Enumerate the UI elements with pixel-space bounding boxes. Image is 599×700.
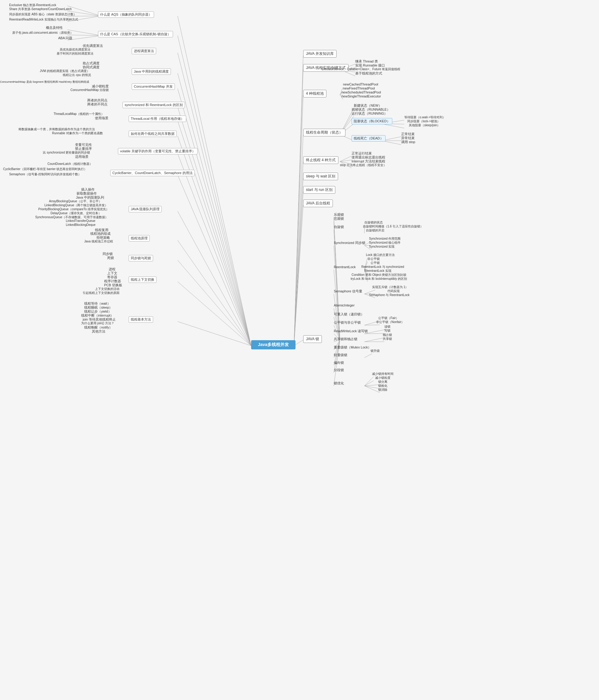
bq-array: ArrayBlockingQueue（公平、非公平） xyxy=(49,199,102,203)
dl-sync-label: 同步锁 xyxy=(103,252,113,256)
concurrenthashmap-label: ConcurrentHashMap 并发 xyxy=(134,84,173,88)
semaphore-code-label: 代码实现 xyxy=(387,289,400,293)
tl-usage-label: 使用场景 xyxy=(95,116,108,120)
opt-coarse: 锁粗化 xyxy=(378,384,387,388)
lock-sync-scope: Synchronized 作用范围 xyxy=(369,236,400,241)
et-normal-label: 正常运行结束 xyxy=(351,151,372,155)
aqs-rw-label: ReentrantReadWriteLock 实现独占与共享两种方式 xyxy=(9,18,78,21)
opt-time-label: 减少锁持有时间 xyxy=(372,372,393,375)
aqs-exclusive: Exclusive 独占资源-ReentrantLock xyxy=(9,3,56,7)
lc-running-label: 运行状态（RUNNING） xyxy=(351,111,387,115)
tp-compose-label: 线程池的组成 xyxy=(90,232,110,235)
mutex-label: 重量级锁（Mutex Lock） xyxy=(334,345,371,349)
java-thread-schedule: Java 中用到的线程调度 xyxy=(132,68,171,75)
deadlock-label: 同步锁与死锁 xyxy=(131,256,151,260)
aqs-sync-label: 同步器的实现是 ABS 核心（state 资源状态计数） xyxy=(9,12,77,16)
semaphore-code: 代码实现 xyxy=(387,289,400,293)
tp-process-label: Java 线程池工作过程 xyxy=(84,240,113,243)
lock-optimistic-label: 乐观锁 xyxy=(334,213,344,216)
svg-line-94 xyxy=(364,381,373,386)
sync-reentrant-label: synchronized 和 ReentrantLock 的区别 xyxy=(125,103,183,107)
ct-cdl: CountDownLatch（线程计数器） xyxy=(48,162,93,166)
bq-transfer-label: LinkedTransferQueue xyxy=(66,219,95,223)
thread-lifecycle: 线程生命周期（状态） xyxy=(303,129,345,136)
bq-priority: PriorityBlockingQueue（compareTo 排序实现优先） xyxy=(38,207,109,211)
bq-sync-label: SynchronousQueue（不存储数据、可用于传递数据） xyxy=(35,216,108,219)
svg-line-20 xyxy=(178,240,251,346)
lc-runnable-label: 就绪状态（RUNNABLE） xyxy=(351,107,390,111)
lock-try-label: tryLock 和 lock 和 lockInterruptibly 的区别 xyxy=(350,277,407,280)
lock-self-adaptive: 自旋锁时间阈值（1.6 引入了适应性自旋锁） xyxy=(363,224,423,229)
start-run-label: start 与 run 区别 xyxy=(306,188,333,192)
svg-line-29 xyxy=(68,35,101,35)
thread-pool4-label: 4 种线程池 xyxy=(306,91,324,96)
unfair-label: 非公平锁（Nonfair） xyxy=(376,320,404,324)
sr-diff-label: 两者的不同点 xyxy=(87,102,107,106)
lock-reentrant-impl-label: ReentrantLock 实现 xyxy=(364,269,391,272)
svg-line-90 xyxy=(364,338,384,342)
center-node: Java多线程并发 xyxy=(251,340,295,349)
cs-action-label: 上下文切换的活动 xyxy=(95,287,120,291)
aqs-exclusive-label: Exclusive 独占资源-ReentrantLock xyxy=(9,3,56,7)
lock-reentrant-main: Lock 接口的主要方法 xyxy=(366,253,395,257)
tb-other: 其他方法 xyxy=(92,329,105,334)
lc-normal-end-label: 正常结束 xyxy=(401,132,415,136)
aqs-sync: 同步器的实现是 ABS 核心（state 资源状态计数） xyxy=(9,12,77,17)
opt-split: 锁分离 xyxy=(378,380,387,384)
lock-reentrant-box-label: ReentrantLock xyxy=(334,265,356,269)
deadlock: 同步锁与死锁 xyxy=(129,255,153,261)
bq-linked-label: LinkedBlockingQueue（两个独立锁提高并发） xyxy=(45,203,108,207)
tb-join-label: join 等待其他线程终止 xyxy=(83,318,116,321)
tl-map-label: ThreadLocalMap（线程的一个属性） xyxy=(54,112,104,116)
process-schedule: 进程调度算法 xyxy=(132,48,156,54)
tc-timer: 基于线程池的方式 xyxy=(355,71,382,76)
tc-runnable-label: 实现 Runnable 接口 xyxy=(355,64,385,67)
ps-opt-label: 优先调度算法 xyxy=(83,44,103,48)
java-thread-schedule-label: Java 中用到的线程调度 xyxy=(134,70,169,73)
bq-transfer: LinkedTransferQueue xyxy=(66,219,95,223)
lc-running: 运行状态（RUNNING） xyxy=(351,111,387,116)
lock-sync-core: Synchronized 核心组件 xyxy=(369,241,400,245)
threadlocal-label: ThreadLocal 作用（线程本地存储） xyxy=(131,117,184,121)
java-concurrent-lib: JAVA 并发知识库 xyxy=(303,50,337,58)
lock-reentrant-impl: ReentrantLock 实现 xyxy=(364,269,391,273)
chm-split: ConcurrentHashMap 分段锁 xyxy=(71,88,109,92)
jts-preempt-label: 抢占式调度 xyxy=(83,61,100,65)
cas-atomic-label: 原子包 java.util.concurrent.atomic（原组类） xyxy=(12,31,73,34)
jts-jvm-label: JVM 的线程调度实现（抢占式调度） xyxy=(40,69,90,73)
bq-java-label: Java 中的阻塞队列 xyxy=(76,196,104,199)
volatile-label: volatile 关键字的作用（变量可见性、禁止重排序） xyxy=(120,149,196,153)
bq-sync: SynchronousQueue（不存储数据、可用于传递数据） xyxy=(35,215,108,220)
svg-line-92 xyxy=(364,354,372,358)
lock-self-adaptive-label: 自旋锁时间阈值（1.6 引入了适应性自旋锁） xyxy=(363,225,423,228)
svg-line-18 xyxy=(178,175,251,346)
cs-process-label: 进程 xyxy=(109,267,115,271)
lock-try: tryLock 和 lock 和 lockInterruptibly 的区别 xyxy=(350,277,407,281)
cs-context-label: 上下文 xyxy=(107,271,117,275)
tb-why-join: 为什么要用 join() 方法？ xyxy=(81,321,114,325)
lock-unfair: 非公平锁 xyxy=(367,257,380,261)
bq-delay: DelayQueue（缓存失效、定时任务） xyxy=(51,211,101,216)
jts-yield-label: 线程让出 cpu 的情况 xyxy=(63,73,91,77)
blocking-queue: JAVA 阻塞队列原理 xyxy=(129,206,162,212)
lock-self-wakeup-label: 自旋锁的开启 xyxy=(366,229,384,232)
thread-pool4: 4 种线程池 xyxy=(303,90,327,97)
cs-reason-label: 引起线程上下文切换的原因 xyxy=(83,291,120,295)
lc-sync-block-label: 同步阻塞（lock->锁池） xyxy=(407,120,440,123)
spinup-label: 锁升级 xyxy=(370,349,380,352)
mindmap-container: Java多线程并发 JAVA 并发知识库 JAVA 线程实现/创建方式 继承 T… xyxy=(0,0,599,700)
cs-action: 上下文切换的活动 xyxy=(95,287,120,291)
svg-line-93 xyxy=(364,377,373,386)
svg-line-95 xyxy=(364,385,380,386)
svg-line-87 xyxy=(364,325,380,325)
svg-line-2 xyxy=(294,95,303,346)
tp4-single: newSingleThreadExecutor xyxy=(341,94,381,98)
rw-write-label: 写锁 xyxy=(384,329,390,332)
segmented: 分段锁 xyxy=(334,368,344,372)
blocking-queue-label: JAVA 阻塞队列原理 xyxy=(131,207,160,211)
semaphore-vs: Semaphore 与 ReentrantLock xyxy=(369,293,410,297)
svg-line-13 xyxy=(178,89,251,346)
bq-array-label: ArrayBlockingQueue（公平、非公平） xyxy=(49,200,102,203)
tp4-cached: newCachedThreadPool xyxy=(343,82,378,86)
lock-pessimistic-label: 悲观锁 xyxy=(334,217,344,220)
